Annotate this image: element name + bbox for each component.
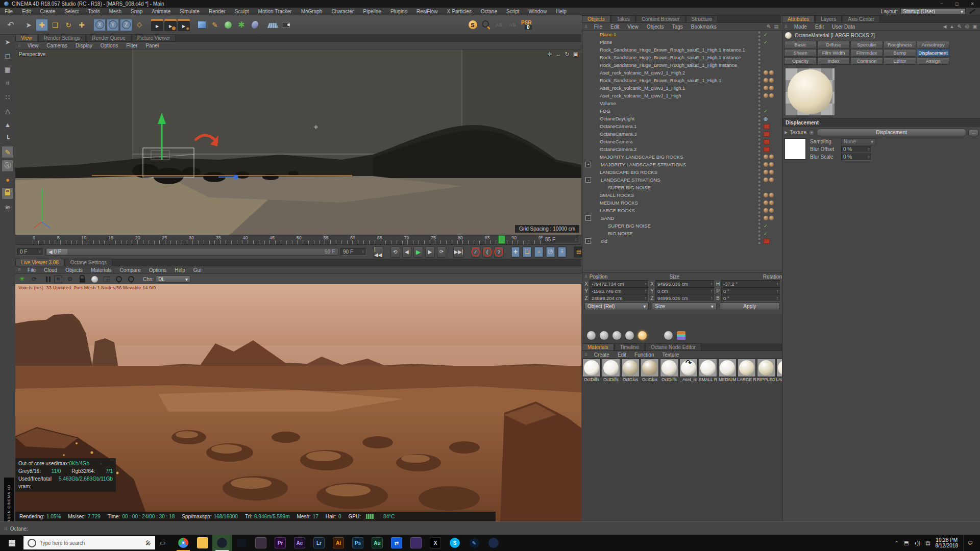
rotation-field[interactable]: 0 °↕ — [721, 287, 780, 294]
visibility-dots[interactable] — [756, 207, 762, 214]
workplane-mode-icon[interactable]: ⌗ — [2, 77, 14, 89]
material-thumbnail[interactable] — [718, 359, 737, 377]
object-tags[interactable] — [764, 109, 782, 114]
object-tags[interactable] — [764, 78, 782, 83]
sampling-dropdown[interactable]: None▾ — [841, 138, 876, 145]
flame-app-icon[interactable] — [406, 535, 426, 551]
last-tool-icon[interactable]: ✚ — [76, 19, 88, 31]
drag-handle-icon[interactable]: ⠿ — [584, 274, 587, 279]
objects-menu-item[interactable]: Tags — [668, 24, 687, 30]
expander-icon[interactable] — [585, 139, 590, 144]
visibility-dots[interactable] — [756, 237, 762, 245]
texture-thumbnail[interactable] — [785, 138, 806, 160]
object-row[interactable]: MEDIUM ROCKS — [582, 199, 782, 207]
object-tags[interactable] — [764, 208, 782, 213]
viewport-3d-view[interactable]: Perspective ✛ ↔ ↻ ▣ Grid Spacing : 10000… — [15, 49, 581, 235]
object-row[interactable]: Rock_Sandstone_Huge_Brown_Rough_saiuE_1_… — [582, 61, 782, 69]
key-parameter-button[interactable]: Ⓟ — [546, 246, 555, 258]
expander-icon[interactable] — [585, 147, 590, 152]
expander-icon[interactable] — [585, 193, 590, 197]
rotate-tool-icon[interactable]: ↻ — [62, 19, 75, 31]
object-tags[interactable] — [764, 223, 782, 229]
menu-item[interactable]: Mesh — [105, 9, 126, 14]
object-tags[interactable] — [764, 178, 782, 182]
panel-options-icon[interactable]: ▣ — [972, 24, 977, 29]
object-row[interactable]: Plane.1 — [582, 31, 782, 38]
shading-sphere-c-icon[interactable] — [612, 331, 621, 340]
viewport-menu-item[interactable]: Display — [71, 43, 96, 48]
object-tags[interactable] — [764, 93, 782, 98]
channel-button[interactable]: Common — [850, 57, 883, 65]
play-reverse-button[interactable]: ⟲ — [390, 246, 400, 258]
object-row[interactable]: SUPER BIG NOISE — [582, 222, 782, 230]
object-row[interactable]: + MAJORITY LANDSCAPE STRIATIONS — [582, 161, 782, 168]
octane-resolution-lock-icon[interactable]: A⇅ — [493, 19, 505, 31]
object-tags[interactable] — [764, 86, 782, 90]
octane-render-view[interactable]: Voxels (ms): 33 Updated: 0ms Mesh:1 Node… — [15, 284, 581, 521]
expander-icon[interactable] — [585, 155, 590, 159]
visibility-dots[interactable] — [756, 184, 762, 191]
material-item[interactable]: RIPPLED — [756, 359, 776, 383]
render-view-button[interactable] — [151, 19, 163, 31]
material-thumbnail[interactable] — [699, 359, 717, 377]
lock-workplane-icon[interactable] — [2, 187, 14, 199]
settings-gear-icon[interactable]: ⚙ — [65, 275, 75, 283]
drag-handle-icon[interactable]: ⠿ — [18, 268, 21, 272]
menu-item[interactable]: Edit — [17, 9, 35, 14]
loop-button[interactable]: ⟳ — [437, 246, 447, 258]
visibility-dots[interactable] — [756, 153, 762, 161]
material-thumbnail[interactable] — [641, 359, 659, 377]
lock-icon[interactable]: @ — [965, 24, 969, 29]
drag-handle-icon[interactable]: ⠿ — [584, 24, 587, 29]
object-tags[interactable] — [764, 155, 782, 159]
object-tags[interactable] — [764, 132, 782, 137]
attributes-panel-tab[interactable]: Layers — [815, 15, 842, 22]
visibility-dots[interactable] — [756, 130, 762, 138]
viewport-pan-icon[interactable]: ✛ — [547, 51, 552, 58]
object-row[interactable]: Aset_rock_volcanic_M_qiwvJ_1_High.1 — [582, 84, 782, 92]
objects-menu-item[interactable]: Edit — [606, 24, 623, 30]
material-thumbnail[interactable] — [660, 359, 678, 377]
expander-icon[interactable] — [594, 231, 598, 236]
autokey-button[interactable]: ( — [482, 246, 492, 258]
render-picture-viewer-button[interactable] — [164, 19, 177, 31]
start-button[interactable] — [0, 535, 23, 551]
menu-item[interactable]: Render — [204, 9, 230, 14]
materials-panel-tab[interactable]: Timeline — [615, 343, 645, 350]
expander-icon[interactable] — [585, 86, 590, 90]
add-camera-button[interactable] — [280, 19, 292, 31]
minimize-button[interactable]: ─ — [934, 0, 949, 8]
edges-mode-icon[interactable]: △ — [2, 105, 14, 117]
material-item[interactable]: OctGlos — [621, 359, 640, 383]
material-item[interactable]: LARGE R — [737, 359, 756, 383]
attributes-panel-tab[interactable]: Attributes — [782, 15, 815, 22]
viewport-menu-item[interactable]: View — [23, 43, 43, 48]
object-row[interactable]: LANDSCAPE BIG ROCKS — [582, 168, 782, 176]
octane-send-icon[interactable] — [467, 19, 479, 31]
keyframe-selection-button[interactable]: ? — [494, 246, 504, 258]
frame-range-slider[interactable]: ◀ 0 F 90 F — [45, 248, 338, 256]
object-row[interactable]: OctaneDayLight — [582, 115, 782, 122]
object-row[interactable]: Rock_Sandstone_Huge_Brown_Rough_saiuE_1_… — [582, 46, 782, 54]
objects-menu-item[interactable]: View — [623, 24, 643, 30]
texture-clear-icon[interactable]: × — [808, 130, 815, 136]
key-rotation-button[interactable]: ○ — [534, 246, 544, 258]
convert-selection-icon[interactable]: ➤ — [2, 36, 14, 48]
live-viewer-tab[interactable]: Live Viewer 3.08 — [15, 259, 64, 266]
timeline-playhead[interactable] — [498, 235, 505, 244]
blur-scale-field[interactable]: 0 %↕ — [841, 154, 872, 161]
object-tags[interactable] — [764, 201, 782, 205]
expander-icon[interactable] — [585, 170, 590, 174]
shading-sphere-a-icon[interactable] — [587, 331, 596, 340]
material-thumbnail[interactable] — [738, 359, 756, 377]
shading-sphere-e-icon[interactable] — [664, 331, 673, 340]
undo-icon[interactable]: ↶ — [5, 19, 17, 31]
materials-panel-tab[interactable]: Octane Node Editor — [645, 343, 701, 350]
channel-dropdown[interactable]: DL▾ — [156, 276, 190, 283]
expander-icon[interactable] — [585, 208, 590, 213]
coordinate-mode-dropdown[interactable]: Object (Rel)▾ — [584, 303, 649, 310]
material-ball-icon[interactable] — [90, 275, 99, 283]
filter-icon[interactable]: ▤ — [774, 24, 778, 29]
viewport-tab[interactable]: Picture Viewer — [132, 34, 176, 41]
object-row[interactable]: BIG NOISE — [582, 230, 782, 237]
